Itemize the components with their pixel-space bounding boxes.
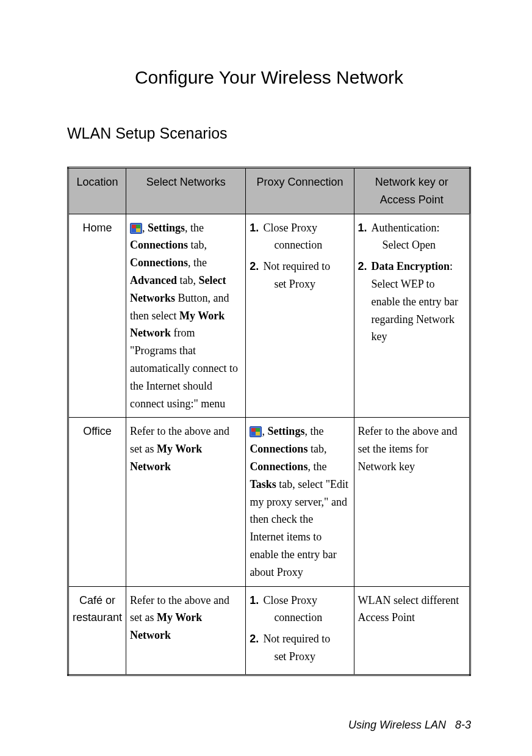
text: , the [304,425,323,437]
cell-key-home: Authentication: Select Open Data Encrypt… [354,214,470,418]
text: tab, [188,239,207,251]
text: Authentication: [372,222,440,234]
section-heading: WLAN Setup Scenarios [67,125,471,142]
text: , the [307,460,326,473]
list-item: Not required to set Proxy [262,258,350,293]
cell-proxy-office: , Settings, the Connections tab, Connect… [246,418,354,586]
text: Close Proxy [263,594,317,606]
cell-key-office: Refer to the above and set the items for… [354,418,470,586]
wlan-scenarios-table: Location Select Networks Proxy Connectio… [67,167,471,676]
text: connection [263,609,350,627]
header-key: Network key or Access Point [354,168,470,214]
footer-text: Using Wireless LAN [348,719,446,731]
text-bold: Settings [267,425,304,437]
text: : Select WEP to enable the entry bar reg… [372,260,458,343]
cell-location-cafe: Café or restaurant [68,586,126,675]
table-row: Home , Settings, the Connections tab, Co… [68,214,470,418]
windows-start-icon [250,426,262,437]
text: set Proxy [263,648,350,666]
text: from "Programs that automatically connec… [130,327,238,409]
page-footer: Using Wireless LAN 8-3 [348,719,471,732]
text-bold: Connections [130,239,188,251]
text: tab, select "Edit my proxy server," and … [250,478,348,578]
text-bold: Advanced [130,274,177,286]
text: tab, [307,443,326,455]
text-bold: Connections [250,460,307,473]
footer-page-number: 8-3 [455,719,471,731]
document-page: Configure Your Wireless Network WLAN Set… [0,0,532,756]
header-proxy: Proxy Connection [246,168,354,214]
text: set Proxy [263,275,350,293]
text: Not required to [263,260,330,272]
windows-start-icon [130,223,142,234]
text: connection [263,236,350,254]
table-row: Office Refer to the above and set as My … [68,418,470,586]
text: , [142,222,148,234]
text: Select Open [372,236,466,254]
list-item: Close Proxy connection [262,219,350,255]
cell-location-office: Office [68,418,126,586]
list-item: Authentication: Select Open [370,219,466,255]
text: , the [188,256,207,269]
header-select-networks: Select Networks [126,168,246,214]
text-bold: Settings [148,222,185,234]
list-item: Not required to set Proxy [262,630,350,666]
table-header-row: Location Select Networks Proxy Connectio… [68,168,470,214]
cell-proxy-cafe: Close Proxy connection Not required to s… [246,586,354,675]
text-bold: Tasks [250,478,276,490]
header-location: Location [68,168,126,214]
cell-key-cafe: WLAN select different Access Point [354,586,470,675]
text: Not required to [263,633,330,645]
cell-select-home: , Settings, the Connections tab, Connect… [126,214,246,418]
text: tab, [177,274,199,286]
text-bold: Connections [130,256,188,269]
text: Close Proxy [263,222,317,234]
table-row: Café or restaurant Refer to the above an… [68,586,470,675]
cell-proxy-home: Close Proxy connection Not required to s… [246,214,354,418]
cell-location-home: Home [68,214,126,418]
text: , the [185,222,204,234]
cell-select-office: Refer to the above and set as My Work Ne… [126,418,246,586]
text-bold: Connections [250,443,307,455]
page-title: Configure Your Wireless Network [67,67,471,88]
text-bold: Data Encryption [372,260,450,272]
list-item: Close Proxy connection [262,592,350,627]
cell-select-cafe: Refer to the above and set as My Work Ne… [126,586,246,675]
list-item: Data Encryption: Select WEP to enable th… [370,258,466,346]
